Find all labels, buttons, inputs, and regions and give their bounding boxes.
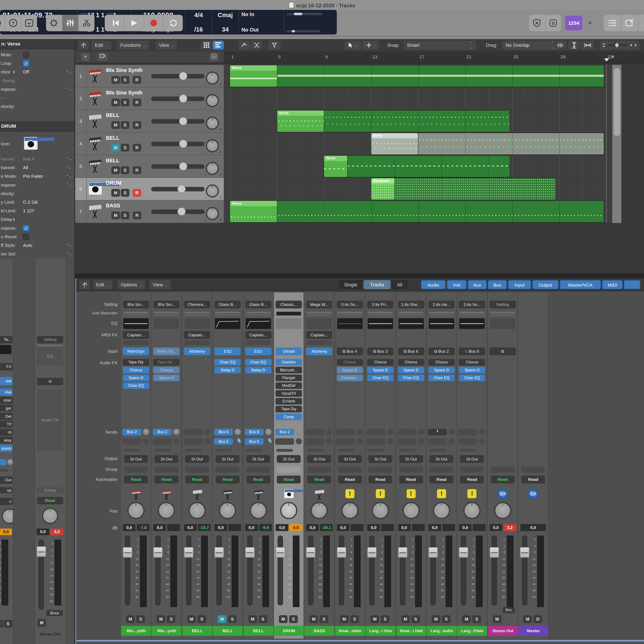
mute-button[interactable]: M: [111, 166, 120, 174]
inspector-row[interactable]: elocity:: [0, 189, 74, 198]
output-button[interactable]: St Out: [277, 455, 301, 463]
lcd-performance[interactable]: CPU HD ⌄: [284, 10, 337, 35]
automation-read-button[interactable]: Read: [124, 476, 148, 483]
output-button[interactable]: St Out: [430, 455, 453, 463]
channel-name[interactable]: Master: [518, 626, 548, 636]
channel-setting-button[interactable]: 0.4s Sn...: [337, 301, 363, 308]
send-knob[interactable]: [357, 429, 363, 435]
audio-fx-slot[interactable]: Tape Dly: [123, 359, 149, 366]
record-icon[interactable]: [144, 15, 164, 31]
tools-scissors-icon[interactable]: [79, 15, 94, 31]
volume-slider-thumb[interactable]: [179, 117, 187, 125]
send-knob[interactable]: [204, 429, 210, 435]
midi-region-loop[interactable]: [395, 178, 556, 199]
inspector-row[interactable]: el Limit:1 127: [0, 207, 74, 215]
send-slot[interactable]: Bus 6: [245, 429, 264, 435]
pan-knob[interactable]: [206, 71, 219, 85]
pane-divider[interactable]: [75, 273, 644, 278]
audio-fx-slot[interactable]: Del: [0, 413, 13, 420]
mute-button[interactable]: M: [401, 615, 410, 623]
fader-thumb[interactable]: [306, 547, 316, 558]
volume-slider-thumb[interactable]: [178, 207, 186, 216]
fader-track[interactable]: [155, 536, 161, 605]
audio-fx-slot[interactable]: Tape De...: [153, 359, 179, 366]
audio-fx-slot[interactable]: EnVerb: [276, 398, 302, 405]
waveform-zoom-icon[interactable]: [554, 41, 566, 50]
channel-name[interactable]: BELL: [243, 626, 273, 636]
lcd-key[interactable]: Cmaj 34: [212, 10, 239, 35]
send-slot[interactable]: Bus 6: [214, 429, 233, 435]
input-button[interactable]: ES2: [245, 348, 271, 355]
track-inspector-header[interactable]: DRUM: [0, 121, 74, 131]
solo-button[interactable]: S: [381, 615, 389, 623]
solo-button[interactable]: S: [350, 615, 359, 623]
mixer-back-arrow-icon[interactable]: [79, 280, 90, 289]
audio-fx-slot[interactable]: Chan EQ: [367, 375, 393, 381]
region-inspector-header[interactable]: n: Verse: [0, 39, 74, 49]
list-editors-icon[interactable]: [604, 15, 621, 31]
solo-button[interactable]: S: [167, 615, 176, 623]
send-knob[interactable]: [173, 429, 180, 435]
volume-slider-thumb[interactable]: [179, 162, 187, 170]
mixer-channel-strip[interactable]: 80s Sin...Captain...RetroSynTape DlyChor…: [121, 292, 151, 639]
send-knob[interactable]: [296, 438, 302, 444]
inspector-row-value[interactable]: Pre Fader: [23, 172, 43, 181]
mixer-view-tab-tracks[interactable]: Tracks: [363, 280, 390, 289]
mute-button[interactable]: M: [0, 620, 3, 627]
pan-knob[interactable]: [206, 184, 219, 197]
send-slot[interactable]: [336, 429, 355, 435]
midi-fx-button[interactable]: Captain...: [184, 331, 210, 339]
channel-setting-button[interactable]: Mega W...: [306, 301, 332, 308]
pan-knob[interactable]: [463, 502, 481, 519]
pan-knob[interactable]: [311, 502, 328, 519]
group-slot[interactable]: [460, 466, 484, 473]
fader-track[interactable]: [125, 536, 130, 605]
automation-read-button[interactable]: Read: [338, 476, 362, 483]
fader-thumb[interactable]: [367, 547, 377, 558]
pan-knob[interactable]: [2, 509, 13, 524]
send-slot[interactable]: [459, 438, 477, 445]
pan-knob[interactable]: [206, 139, 219, 152]
automation-read-button[interactable]: Read: [369, 476, 392, 483]
automation-read-button[interactable]: Read: [216, 476, 240, 483]
mute-button[interactable]: M: [493, 615, 501, 623]
flex-icon[interactable]: [251, 41, 262, 50]
inspector-row[interactable]: -Swing:: [0, 76, 74, 85]
inspector-row-value[interactable]: All: [23, 163, 28, 172]
secondary-tool-button[interactable]: ⌄: [363, 41, 379, 50]
midi-fx-empty-slot[interactable]: [184, 340, 210, 345]
mute-button[interactable]: M: [523, 615, 532, 623]
output-button[interactable]: St Out: [460, 455, 484, 463]
send-knob[interactable]: [479, 438, 485, 444]
send-knob[interactable]: [387, 429, 394, 435]
pan-knob[interactable]: [494, 502, 511, 519]
audio-fx-slot[interactable]: Chan EQ: [245, 359, 271, 366]
audio-fx-slot[interactable]: Chorus: [123, 367, 149, 374]
inspector-row[interactable]: nspose:✓: [0, 224, 74, 232]
track-lane[interactable]: Ultrabeat: [224, 178, 611, 200]
eq-thumbnail[interactable]: [184, 318, 210, 329]
track-lane[interactable]: Verse: [224, 110, 611, 133]
group-slot[interactable]: Group: [37, 487, 63, 493]
inspector-row[interactable]: nspose:⌃⌄: [0, 85, 74, 94]
automation-read-button[interactable]: d: [0, 498, 13, 505]
chevron-updown-icon[interactable]: ⌃⌄: [66, 155, 72, 163]
send-slot[interactable]: [367, 429, 386, 435]
mute-button[interactable]: M: [111, 211, 120, 219]
track-header[interactable]: 280s Sine SynthMSRLR: [75, 88, 224, 110]
volume-slider[interactable]: [151, 119, 205, 124]
audio-fx-slot[interactable]: Overdrv: [276, 359, 302, 366]
mute-button[interactable]: M: [111, 121, 120, 129]
region-inspector-toggle[interactable]: [210, 53, 219, 61]
midi-fx-empty-slot[interactable]: [307, 340, 332, 345]
solo-button[interactable]: S: [121, 99, 129, 106]
mixer-channel-strip[interactable]: Read0,00 3 6 12 18 24 30 40 50 60MDMaste…: [518, 292, 548, 639]
solo-button[interactable]: S: [121, 76, 129, 84]
automation-icon[interactable]: [239, 41, 250, 50]
input-button[interactable]: ⧉ Bus 4: [337, 348, 363, 355]
send-slot[interactable]: Bus 5: [245, 438, 264, 445]
midi-region-loop[interactable]: [277, 65, 604, 87]
output-button[interactable]: St Out: [155, 455, 178, 463]
output-button[interactable]: Out: [0, 476, 13, 484]
send-knob[interactable]: [418, 429, 424, 435]
